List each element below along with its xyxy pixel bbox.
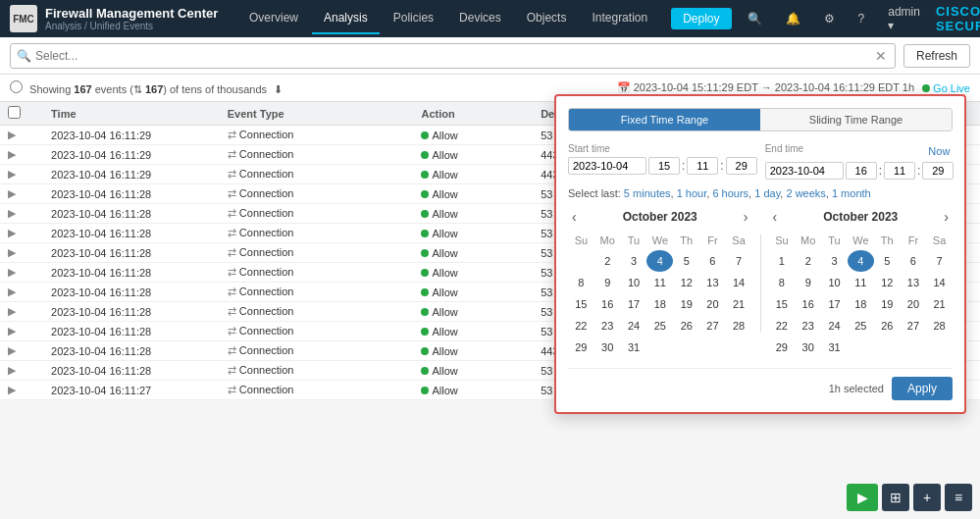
calendar-day[interactable]: 30 — [795, 337, 821, 358]
calendar-day[interactable]: 27 — [901, 315, 927, 337]
calendar-day[interactable]: 10 — [821, 272, 848, 293]
left-cal-next[interactable]: › — [740, 209, 752, 225]
calendar-day[interactable]: 22 — [568, 315, 594, 337]
calendar-day[interactable]: 2 — [795, 250, 821, 272]
quick-1day[interactable]: 1 day — [754, 187, 780, 199]
calendar-day[interactable]: 18 — [848, 293, 874, 315]
calendar-day[interactable]: 18 — [646, 293, 673, 315]
calendar-day[interactable]: 20 — [699, 293, 726, 315]
right-cal-prev[interactable]: ‹ — [769, 209, 782, 225]
calendar-day[interactable]: 4 — [646, 250, 673, 272]
right-cal-next[interactable]: › — [940, 209, 953, 225]
nav-objects[interactable]: Objects — [515, 3, 579, 34]
row-expand[interactable]: ▶ — [0, 145, 43, 165]
grid-button[interactable]: ⊞ — [882, 484, 909, 511]
row-expand[interactable]: ▶ — [0, 224, 43, 243]
nav-integration[interactable]: Integration — [580, 3, 659, 34]
calendar-day[interactable]: 24 — [821, 315, 848, 337]
calendar-day[interactable]: 23 — [795, 315, 821, 337]
col-header-action[interactable]: Action — [413, 102, 533, 126]
row-expand[interactable]: ▶ — [0, 165, 43, 184]
calendar-day[interactable]: 10 — [621, 272, 647, 293]
start-hour-input[interactable] — [648, 157, 680, 175]
calendar-day[interactable]: 5 — [673, 250, 699, 272]
start-date-input[interactable] — [568, 157, 646, 175]
start-minute-input[interactable] — [687, 157, 718, 175]
calendar-day[interactable]: 13 — [901, 272, 927, 293]
calendar-day[interactable]: 24 — [621, 315, 647, 337]
calendar-day[interactable]: 11 — [646, 272, 673, 293]
end-minute-input[interactable] — [884, 162, 915, 180]
end-second-input[interactable] — [922, 162, 954, 180]
calendar-day[interactable]: 4 — [848, 250, 874, 272]
row-expand[interactable]: ▶ — [0, 126, 43, 145]
terminal-button[interactable]: ▶ — [847, 484, 878, 511]
now-button[interactable]: Now — [924, 143, 954, 159]
admin-menu[interactable]: admin ▾ — [880, 1, 928, 36]
calendar-day[interactable]: 31 — [621, 337, 647, 358]
calendar-day[interactable]: 3 — [621, 250, 647, 272]
clear-button[interactable]: ✕ — [873, 48, 889, 64]
quick-6hours[interactable]: 6 hours — [712, 187, 748, 199]
calendar-day[interactable]: 15 — [769, 293, 796, 315]
nav-policies[interactable]: Policies — [382, 3, 445, 34]
row-expand[interactable]: ▶ — [0, 184, 43, 204]
nav-analysis[interactable]: Analysis — [312, 3, 380, 34]
tab-sliding-time-range[interactable]: Sliding Time Range — [760, 109, 952, 130]
deploy-button[interactable]: Deploy — [671, 8, 731, 29]
menu-button[interactable]: ≡ — [945, 484, 972, 511]
row-expand[interactable]: ▶ — [0, 302, 43, 322]
row-expand[interactable]: ▶ — [0, 283, 43, 302]
quick-1month[interactable]: 1 month — [832, 187, 871, 199]
calendar-day[interactable]: 11 — [848, 272, 874, 293]
calendar-day[interactable]: 26 — [673, 315, 699, 337]
calendar-day[interactable]: 14 — [726, 272, 752, 293]
calendar-day[interactable]: 26 — [874, 315, 901, 337]
calendar-day[interactable]: 15 — [568, 293, 594, 315]
calendar-day[interactable]: 22 — [769, 315, 796, 337]
search-input[interactable] — [35, 49, 873, 63]
row-expand[interactable]: ▶ — [0, 204, 43, 224]
calendar-day[interactable]: 8 — [568, 272, 594, 293]
show-checkbox[interactable] — [10, 80, 23, 93]
calendar-day[interactable]: 19 — [874, 293, 901, 315]
nav-overview[interactable]: Overview — [237, 3, 310, 34]
calendar-day[interactable]: 9 — [795, 272, 821, 293]
calendar-day[interactable]: 21 — [726, 293, 752, 315]
calendar-day[interactable]: 31 — [821, 337, 848, 358]
calendar-day[interactable]: 2 — [594, 250, 621, 272]
calendar-day[interactable]: 16 — [795, 293, 821, 315]
calendar-day[interactable]: 6 — [901, 250, 927, 272]
col-header-time[interactable]: Time — [43, 102, 220, 126]
add-button[interactable]: + — [913, 484, 941, 511]
row-expand[interactable]: ▶ — [0, 361, 43, 381]
quick-5min[interactable]: 5 minutes — [624, 187, 671, 199]
row-expand[interactable]: ▶ — [0, 381, 43, 400]
calendar-day[interactable]: 17 — [821, 293, 848, 315]
tab-fixed-time-range[interactable]: Fixed Time Range — [569, 109, 760, 130]
calendar-day[interactable]: 14 — [926, 272, 953, 293]
quick-2weeks[interactable]: 2 weeks — [786, 187, 825, 199]
row-expand[interactable]: ▶ — [0, 263, 43, 283]
calendar-day[interactable]: 3 — [821, 250, 848, 272]
calendar-day[interactable]: 21 — [926, 293, 953, 315]
calendar-day[interactable]: 28 — [726, 315, 752, 337]
calendar-day[interactable]: 28 — [926, 315, 953, 337]
calendar-day[interactable]: 12 — [874, 272, 901, 293]
calendar-day[interactable]: 25 — [848, 315, 874, 337]
refresh-button[interactable]: Refresh — [903, 44, 970, 68]
calendar-day[interactable]: 8 — [769, 272, 796, 293]
end-hour-input[interactable] — [846, 162, 877, 180]
select-all[interactable] — [8, 106, 21, 119]
calendar-day[interactable]: 16 — [594, 293, 621, 315]
row-expand[interactable]: ▶ — [0, 322, 43, 341]
download-icon[interactable]: ⬇ — [274, 83, 283, 95]
settings-icon[interactable]: ⚙ — [816, 8, 843, 29]
calendar-day[interactable]: 25 — [646, 315, 673, 337]
calendar-day[interactable]: 1 — [769, 250, 796, 272]
calendar-day[interactable]: 9 — [594, 272, 621, 293]
nav-devices[interactable]: Devices — [447, 3, 513, 34]
end-date-input[interactable] — [765, 162, 844, 180]
calendar-day[interactable]: 29 — [568, 337, 594, 358]
calendar-day[interactable]: 30 — [594, 337, 621, 358]
